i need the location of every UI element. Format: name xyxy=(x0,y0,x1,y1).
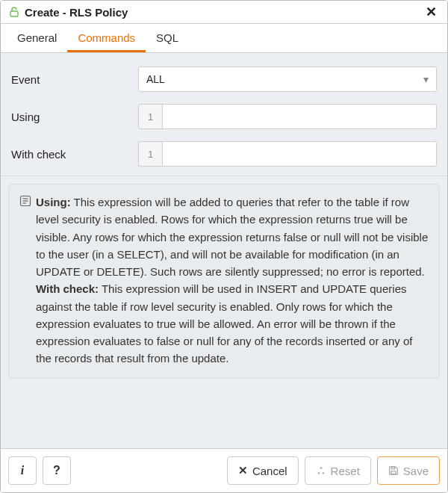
chevron-down-icon: ▾ xyxy=(423,73,429,85)
using-input[interactable] xyxy=(162,104,437,129)
dialog-body: Event ALL ▾ Using 1 With check 1 xyxy=(1,53,447,449)
event-select[interactable]: ALL ▾ xyxy=(138,66,437,92)
question-icon: ? xyxy=(53,464,60,477)
save-icon xyxy=(388,465,399,476)
cancel-button-label: Cancel xyxy=(252,465,287,477)
help-panel: Using: This expression will be added to … xyxy=(8,184,440,379)
svg-rect-5 xyxy=(391,471,396,474)
label-event: Event xyxy=(11,73,138,86)
row-event: Event ALL ▾ xyxy=(1,61,447,98)
withcheck-line-gutter: 1 xyxy=(138,141,162,167)
reset-button-label: Reset xyxy=(331,465,360,477)
using-input-wrap: 1 xyxy=(138,104,437,129)
info-button[interactable]: i xyxy=(8,456,37,485)
event-select-value: ALL xyxy=(146,73,165,85)
recycle-icon xyxy=(316,465,326,476)
close-icon[interactable]: ✕ xyxy=(423,5,440,19)
info-icon: i xyxy=(21,464,24,477)
help-using-label: Using: xyxy=(36,196,71,208)
svg-rect-0 xyxy=(10,11,18,16)
help-text: Using: This expression will be added to … xyxy=(36,193,429,368)
svg-rect-6 xyxy=(391,467,394,469)
dialog: Create - RLS Policy ✕ General Commands S… xyxy=(0,0,448,493)
reset-button[interactable]: Reset xyxy=(305,456,371,485)
save-button-label: Save xyxy=(403,465,429,477)
dialog-title: Create - RLS Policy xyxy=(25,6,423,19)
withcheck-input[interactable] xyxy=(162,141,437,167)
label-using: Using xyxy=(11,111,138,123)
using-line-gutter: 1 xyxy=(138,104,162,129)
tab-commands[interactable]: Commands xyxy=(67,24,146,52)
cancel-button[interactable]: ✕ Cancel xyxy=(227,456,299,485)
note-icon xyxy=(19,193,36,368)
row-using: Using 1 xyxy=(1,98,447,135)
tab-sql[interactable]: SQL xyxy=(146,24,189,52)
row-withcheck: With check 1 xyxy=(1,135,447,173)
save-button[interactable]: Save xyxy=(377,456,440,485)
lock-icon xyxy=(8,6,20,18)
form-section: Event ALL ▾ Using 1 With check 1 xyxy=(1,53,447,176)
help-using-text: This expression will be added to queries… xyxy=(36,196,428,278)
titlebar: Create - RLS Policy ✕ xyxy=(1,1,447,24)
footer: i ? ✕ Cancel Reset xyxy=(1,449,447,492)
tab-general[interactable]: General xyxy=(7,24,67,52)
help-button[interactable]: ? xyxy=(43,456,71,485)
tabs: General Commands SQL xyxy=(1,24,447,53)
label-withcheck: With check xyxy=(11,148,138,161)
help-withcheck-label: With check: xyxy=(36,282,99,295)
withcheck-input-wrap: 1 xyxy=(138,141,437,167)
cancel-icon: ✕ xyxy=(238,464,248,477)
